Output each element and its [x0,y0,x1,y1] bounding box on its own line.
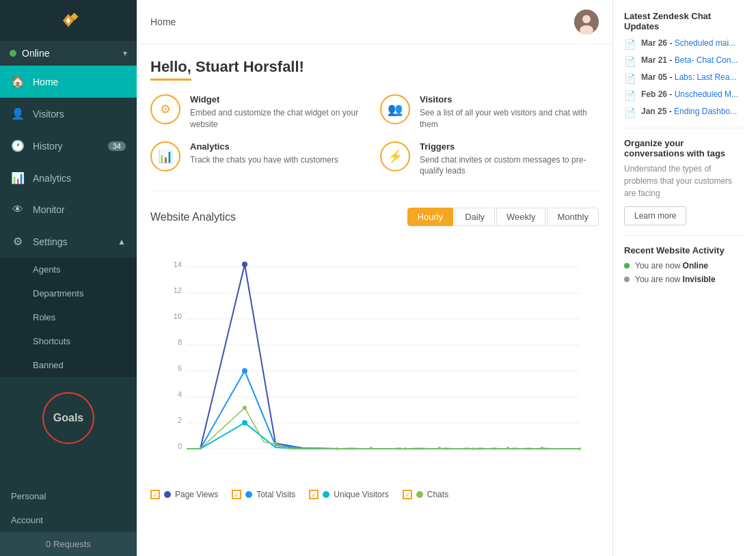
legend-chats[interactable]: ✓ Chats [403,490,448,499]
activity-item-invisible: You are now Invisible [624,275,745,284]
sidebar-item-history[interactable]: 🕐 History 34 [0,130,137,162]
visitors-card-title: Visitors [420,94,599,105]
goals-section[interactable]: Goals [0,384,137,452]
goals-circle[interactable]: Goals [42,392,94,444]
activity-status-1: Invisible [683,275,716,284]
legend-dot-page-views [164,491,171,498]
widget-card-content: Widget Embed and customize the chat widg… [190,94,369,130]
visitors-icon: 👤 [11,107,25,120]
svg-point-46 [578,447,581,450]
tab-daily[interactable]: Daily [455,208,495,226]
legend-page-views[interactable]: ✓ Page Views [150,490,218,499]
update-date-0: Mar 26 [641,38,667,48]
visitors-card-icon: 👥 [388,102,403,117]
sidebar-item-settings[interactable]: ⚙ Settings ▲ [0,225,137,258]
legend-total-visits[interactable]: ✓ Total Visits [232,490,295,499]
analytics-section: Website Analytics Hourly Daily Weekly Mo… [150,208,599,499]
status-selector[interactable]: Online ▾ [0,41,137,66]
tab-weekly[interactable]: Weekly [496,208,545,226]
analytics-card-icon: 📊 [158,149,173,164]
main-header: Home [137,0,612,44]
legend-dot-chats [416,491,423,498]
submenu-item-departments[interactable]: Departments [0,281,137,305]
tab-hourly[interactable]: Hourly [407,208,454,226]
svg-point-41 [404,447,407,450]
update-doc-icon-3: 📄 [624,90,636,101]
chevron-down-icon: ▾ [123,48,127,58]
sidebar-item-label: Settings [33,236,68,247]
analytics-section-title: Website Analytics [150,211,236,223]
update-doc-icon-1: 📄 [624,56,636,67]
update-text-4: Jan 25 - Ending Dashbo... [641,107,737,116]
main-content: Home Hello, Stuart Horsfall! ⚙ Widget Em… [137,0,612,556]
update-date-3: Feb 26 [641,89,667,99]
update-link-2[interactable]: Labs: Last Rea... [675,72,737,82]
settings-expand-icon: ▲ [118,237,126,247]
activity-prefix-1: You are now [635,275,683,284]
panel-divider-1 [624,128,745,128]
analytics-card-content: Analytics Track the chats you have with … [190,141,338,166]
triggers-card[interactable]: ⚡ Triggers Send chat invites or custom m… [380,141,599,178]
legend-checkbox-total-visits[interactable]: ✓ [232,490,241,499]
analytics-icon: 📊 [11,171,25,184]
svg-point-34 [242,262,247,267]
logo-icon [57,10,79,31]
avatar[interactable] [574,10,599,34]
update-text-3: Feb 26 - Unscheduled M... [641,89,738,99]
organize-title: Organize your conversations with tags [624,138,745,158]
history-badge: 34 [108,141,126,151]
visitors-icon-wrap: 👥 [380,94,410,124]
svg-point-36 [242,420,247,426]
sidebar-personal[interactable]: Personal [0,484,137,508]
update-item-3: 📄 Feb 26 - Unscheduled M... [624,89,745,101]
analytics-card[interactable]: 📊 Analytics Track the chats you have wit… [150,141,369,178]
requests-button[interactable]: 0 Requests [0,532,137,556]
visitors-card[interactable]: 👥 Visitors See a list of all your web vi… [380,94,599,130]
sidebar-item-home[interactable]: 🏠 Home [0,66,137,98]
legend-checkbox-unique-visitors[interactable]: ✓ [309,490,319,499]
legend-label-chats: Chats [427,490,448,499]
svg-text:14: 14 [174,260,182,268]
submenu-item-banned[interactable]: Banned [0,353,137,377]
time-tab-group: Hourly Daily Weekly Monthly [407,208,599,226]
submenu-item-shortcuts[interactable]: Shortcuts [0,329,137,353]
sidebar-item-label: Analytics [33,173,71,184]
panel-divider-2 [624,235,745,236]
feature-cards: ⚙ Widget Embed and customize the chat wi… [150,94,599,191]
update-doc-icon-0: 📄 [624,39,636,50]
sidebar-item-label: History [33,141,63,152]
svg-point-40 [370,447,373,449]
sidebar-item-monitor[interactable]: 👁 Monitor [0,194,137,225]
sidebar-item-visitors[interactable]: 👤 Visitors [0,98,137,130]
legend-label-page-views: Page Views [175,490,218,499]
update-link-4[interactable]: Ending Dashbo... [674,107,737,116]
learn-more-button[interactable]: Learn more [624,206,686,225]
analytics-card-title: Analytics [190,141,338,152]
triggers-icon-wrap: ⚡ [380,141,410,171]
activity-prefix-0: You are now [635,261,683,270]
update-link-3[interactable]: Unscheduled M... [675,89,738,99]
svg-point-37 [243,406,247,410]
legend-checkbox-page-views[interactable]: ✓ [150,490,160,499]
widget-card-desc: Embed and customize the chat widget on y… [190,107,369,130]
organize-desc: Understand the types of problems that yo… [624,163,745,199]
svg-point-42 [438,447,441,449]
update-link-1[interactable]: Beta- Chat Con... [675,55,738,65]
widget-card[interactable]: ⚙ Widget Embed and customize the chat wi… [150,94,369,130]
update-text-1: Mar 21 - Beta- Chat Con... [641,55,738,65]
legend-checkbox-chats[interactable]: ✓ [403,490,412,499]
sidebar-item-analytics[interactable]: 📊 Analytics [0,162,137,194]
update-date-2: Mar 05 [641,72,667,82]
legend-unique-visitors[interactable]: ✓ Unique Visitors [309,490,388,499]
update-date-4: Jan 25 [641,107,666,116]
widget-icon: ⚙ [160,102,171,117]
sidebar-logo [0,0,137,41]
sidebar-account[interactable]: Account [0,508,137,532]
tab-monthly[interactable]: Monthly [547,208,599,226]
update-link-0[interactable]: Scheduled mai... [675,38,735,48]
legend-dot-total-visits [245,491,252,498]
submenu-item-agents[interactable]: Agents [0,258,137,281]
update-text-0: Mar 26 - Scheduled mai... [641,38,735,48]
submenu-item-roles[interactable]: Roles [0,305,137,329]
triggers-card-content: Triggers Send chat invites or custom mes… [420,141,599,178]
